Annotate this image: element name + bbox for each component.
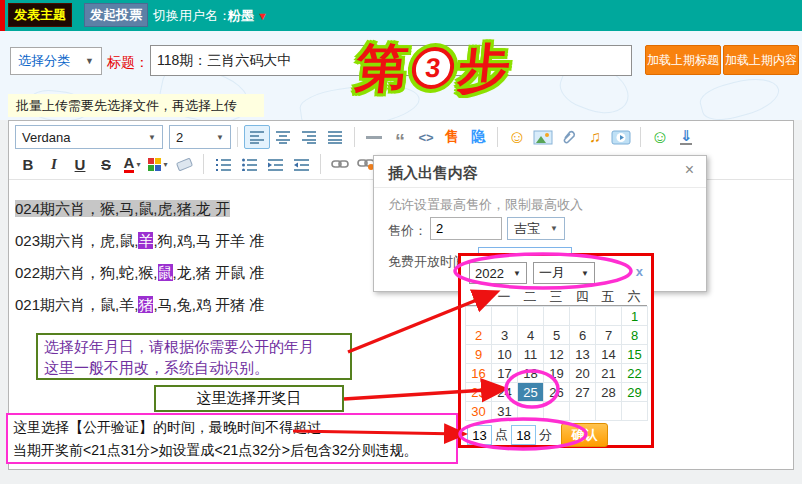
insert-music-button[interactable]: ♫ bbox=[582, 125, 608, 149]
background-color-button[interactable]: ▾ bbox=[145, 152, 171, 176]
font-size-select[interactable]: 2 ▼ bbox=[169, 125, 231, 149]
bold-icon: B bbox=[23, 156, 34, 173]
strikethrough-button[interactable]: S bbox=[93, 152, 119, 176]
align-justify-button[interactable] bbox=[322, 125, 348, 149]
code-button[interactable]: <> bbox=[413, 125, 439, 149]
calendar-day[interactable]: 10 bbox=[492, 345, 518, 364]
align-left-button[interactable] bbox=[244, 125, 270, 149]
custom-smiley-button[interactable]: ☺ bbox=[647, 125, 673, 149]
blockquote-button[interactable]: “ bbox=[387, 125, 413, 149]
calendar-day[interactable]: 13 bbox=[570, 345, 596, 364]
time-limit-instruction-box: 这里选择【公开验证】的时间，最晚时间不得超过 当期开奖前<21点31分>如设置成… bbox=[6, 413, 458, 464]
calendar-day[interactable]: 14 bbox=[596, 345, 622, 364]
calendar-day[interactable]: 21 bbox=[596, 364, 622, 383]
load-previous-content-button[interactable]: 加载上期内容 bbox=[723, 45, 799, 75]
minute-input[interactable] bbox=[511, 425, 536, 445]
calendar-day[interactable]: 29 bbox=[622, 383, 648, 402]
calendar-day[interactable]: 1 bbox=[622, 307, 648, 326]
align-right-button[interactable] bbox=[296, 125, 322, 149]
chevron-down-icon: ▼ bbox=[85, 56, 94, 66]
tab-post-topic[interactable]: 发表主题 bbox=[8, 3, 72, 27]
hidden-icon: 隐 bbox=[471, 128, 485, 146]
hour-input[interactable] bbox=[467, 425, 492, 445]
current-username[interactable]: 粉墨 bbox=[228, 0, 254, 31]
calendar-day[interactable]: 31 bbox=[492, 402, 518, 421]
confirm-button[interactable]: 确认 bbox=[561, 423, 608, 447]
calendar-day[interactable]: 12 bbox=[544, 345, 570, 364]
highlighted-zodiac: 猪 bbox=[138, 296, 153, 313]
calendar-day[interactable]: 3 bbox=[492, 326, 518, 345]
load-previous-title-button[interactable]: 加载上期标题 bbox=[645, 45, 721, 75]
smiley-icon: ☺ bbox=[508, 127, 526, 148]
font-color-button[interactable]: A ▾ bbox=[119, 152, 145, 176]
calendar-day[interactable]: 4 bbox=[518, 326, 544, 345]
year-select[interactable]: 2022 ▼ bbox=[469, 262, 527, 284]
currency-select[interactable]: 吉宝 ▼ bbox=[507, 217, 565, 240]
calendar-weekday: 四 bbox=[569, 288, 595, 306]
instruction-line: 这里一般不用改，系统自动识别。 bbox=[44, 357, 344, 378]
calendar-day[interactable]: 8 bbox=[622, 326, 648, 345]
attachment-button[interactable] bbox=[556, 125, 582, 149]
editor-text: ,马,兔,鸡 开猪 准 bbox=[153, 296, 264, 313]
calendar-day[interactable]: 18 bbox=[518, 364, 544, 383]
calendar-day[interactable]: 20 bbox=[570, 364, 596, 383]
bold-button[interactable]: B bbox=[15, 152, 41, 176]
minute-unit-label: 分 bbox=[539, 426, 552, 444]
calendar-day[interactable]: 6 bbox=[570, 326, 596, 345]
editor-line[interactable]: 021期六肖，鼠,羊,猪,马,兔,鸡 开猪 准 bbox=[15, 289, 785, 321]
calendar-empty-cell bbox=[544, 402, 570, 421]
music-note-icon: ♫ bbox=[589, 128, 601, 146]
insert-video-button[interactable] bbox=[608, 125, 634, 149]
calendar-day[interactable]: 26 bbox=[544, 383, 570, 402]
calendar-day[interactable]: 17 bbox=[492, 364, 518, 383]
download-button[interactable]: ⇓ bbox=[673, 125, 699, 149]
calendar-close-icon[interactable]: x bbox=[636, 264, 643, 279]
outdent-button[interactable] bbox=[288, 152, 314, 176]
emoticon-button[interactable]: ☺ bbox=[504, 125, 530, 149]
sale-icon: 售 bbox=[445, 128, 459, 146]
toolbar-separator bbox=[203, 154, 204, 174]
month-select[interactable]: 一月 ▼ bbox=[533, 262, 595, 284]
editor-text: ,狗,鸡,马 开羊 准 bbox=[153, 232, 264, 249]
date-picker-calendar: 2022 ▼ 一月 ▼ x 日一二三四五六 123456789101112131… bbox=[458, 253, 654, 448]
italic-button[interactable]: I bbox=[41, 152, 67, 176]
calendar-day[interactable]: 27 bbox=[570, 383, 596, 402]
ordered-list-button[interactable] bbox=[210, 152, 236, 176]
calendar-day[interactable]: 7 bbox=[596, 326, 622, 345]
align-center-button[interactable] bbox=[270, 125, 296, 149]
calendar-day[interactable]: 2 bbox=[466, 326, 492, 345]
calendar-day[interactable]: 15 bbox=[622, 345, 648, 364]
calendar-day[interactable]: 11 bbox=[518, 345, 544, 364]
calendar-day[interactable]: 22 bbox=[622, 364, 648, 383]
insert-image-button[interactable] bbox=[530, 125, 556, 149]
unordered-list-button[interactable] bbox=[236, 152, 262, 176]
dialog-close-icon[interactable]: × bbox=[685, 161, 694, 179]
price-input[interactable] bbox=[430, 217, 502, 240]
category-select[interactable]: 选择分类 ▼ bbox=[10, 47, 102, 75]
calendar-day[interactable]: 16 bbox=[466, 364, 492, 383]
editor-text: ,龙,猪 开鼠 准 bbox=[173, 264, 265, 281]
username-dropdown-caret-icon[interactable]: ▼ bbox=[257, 0, 268, 31]
remove-format-button[interactable] bbox=[171, 152, 197, 176]
calendar-day[interactable]: 28 bbox=[596, 383, 622, 402]
insert-sale-button[interactable]: 售 bbox=[439, 125, 465, 149]
font-family-select[interactable]: Verdana ▼ bbox=[15, 125, 163, 149]
calendar-day[interactable]: 5 bbox=[544, 326, 570, 345]
calendar-day[interactable]: 24 bbox=[492, 383, 518, 402]
calendar-empty-cell bbox=[596, 402, 622, 421]
calendar-day[interactable]: 19 bbox=[544, 364, 570, 383]
indent-icon bbox=[268, 158, 283, 171]
calendar-day[interactable]: 9 bbox=[466, 345, 492, 364]
insert-link-button[interactable] bbox=[327, 152, 353, 176]
video-icon bbox=[611, 130, 631, 145]
calendar-day[interactable]: 23 bbox=[466, 383, 492, 402]
underline-button[interactable]: U bbox=[67, 152, 93, 176]
paperclip-icon bbox=[561, 129, 577, 145]
tab-start-vote[interactable]: 发起投票 bbox=[84, 3, 148, 27]
indent-button[interactable] bbox=[262, 152, 288, 176]
calendar-day[interactable]: 30 bbox=[466, 402, 492, 421]
hidden-content-button[interactable]: 隐 bbox=[465, 125, 491, 149]
horizontal-rule-button[interactable] bbox=[361, 125, 387, 149]
calendar-weekday-row: 日一二三四五六 bbox=[465, 288, 647, 306]
calendar-day[interactable]: 25 bbox=[518, 383, 544, 402]
